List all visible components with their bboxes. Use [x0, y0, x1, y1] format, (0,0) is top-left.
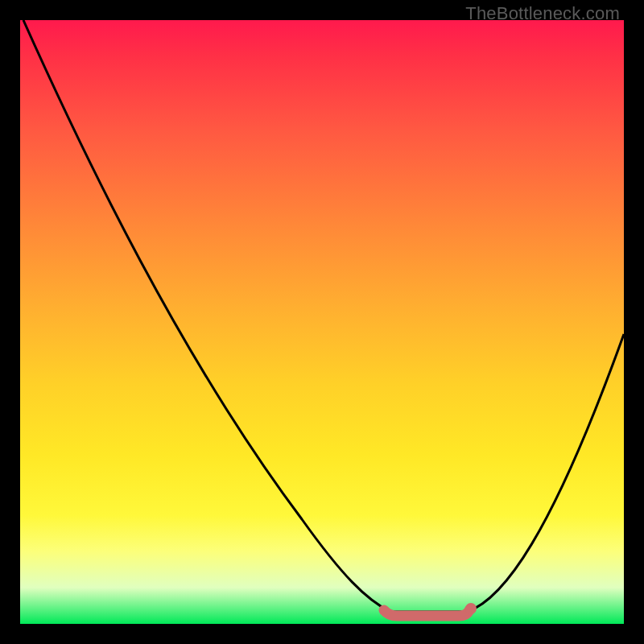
plot-area — [20, 20, 624, 624]
attribution-text: TheBottleneck.com — [465, 3, 620, 24]
marker-dot — [465, 603, 477, 614]
bottleneck-curve — [23, 20, 624, 612]
flat-zone-marker — [384, 610, 469, 616]
bottleneck-curve-svg — [20, 20, 624, 624]
